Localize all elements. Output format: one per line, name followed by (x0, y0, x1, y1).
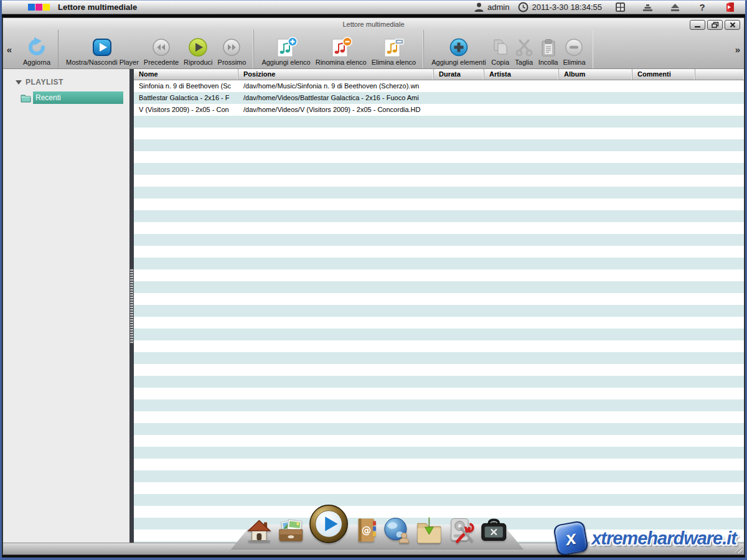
cell-posizione: /dav/home/Videos/V (Visitors 2009) - 2x0… (238, 104, 434, 116)
cell-commenti (632, 317, 695, 329)
logout-icon (725, 2, 735, 12)
cell-posizione (238, 151, 434, 163)
sidebar-splitter[interactable] (129, 69, 134, 543)
table-row-empty (134, 234, 744, 246)
photo-station-icon[interactable] (277, 517, 305, 544)
datetime: 2011-3-30 18:34:55 (532, 2, 602, 12)
cell-pad (695, 104, 744, 116)
cell-artista (484, 139, 559, 151)
window-titlebar[interactable]: Lettore multimediale (3, 18, 744, 30)
download-folder-icon[interactable] (415, 517, 443, 544)
cell-album (559, 163, 632, 175)
cell-pad (695, 258, 744, 269)
minimize-button[interactable] (690, 20, 705, 30)
cell-posizione (238, 340, 434, 352)
cell-album (559, 435, 632, 447)
cell-album (559, 364, 632, 376)
add-list-button[interactable]: Aggiungi elenco (259, 30, 312, 68)
table-row[interactable]: Battlestar Galactica - 2x16 - F/dav/home… (134, 92, 744, 104)
user-menu[interactable]: admin (474, 2, 509, 12)
collapse-triangle-icon (16, 80, 22, 85)
cell-album (559, 459, 632, 470)
previous-button[interactable]: Precedente (141, 30, 181, 68)
cell-pad (695, 435, 744, 447)
cell-commenti (632, 293, 695, 305)
cell-album (559, 210, 632, 222)
copy-icon (491, 38, 510, 57)
cell-posizione (238, 258, 434, 269)
cell-pad (695, 482, 744, 494)
cell-nome (134, 187, 238, 198)
playlist-sidebar: PLAYLIST Recenti (3, 69, 129, 543)
play-button[interactable]: Riproduci (181, 30, 215, 68)
background-tasks-button[interactable] (638, 2, 657, 12)
column-header-nome[interactable]: Nome (134, 69, 238, 80)
copy-button[interactable]: Copia (489, 30, 512, 68)
column-header-album[interactable]: Album (559, 69, 632, 80)
cell-artista (484, 210, 559, 222)
cell-posizione (238, 116, 434, 128)
table-row-empty (134, 329, 744, 340)
clock-area: 2011-3-30 18:34:55 (518, 2, 602, 12)
table-header: Nome Posizione Durata Artista Album Comm… (134, 69, 744, 80)
toolbar-scroll-right[interactable]: » (731, 30, 744, 68)
cell-album (559, 352, 632, 364)
delete-items-button[interactable]: Elimina (560, 30, 588, 68)
home-icon[interactable] (246, 517, 273, 544)
cell-artista (484, 293, 559, 305)
show-hide-player-button[interactable]: Mostra/Nascondi Player (63, 30, 141, 68)
cell-album (559, 92, 632, 104)
close-button[interactable] (725, 20, 740, 30)
table-row[interactable]: V (Visitors 2009) - 2x05 - Con/dav/home/… (134, 104, 744, 116)
toolbar-group-player: Mostra/Nascondi Player Precedente (58, 30, 253, 68)
cell-artista (484, 317, 559, 329)
cell-pad (695, 506, 744, 518)
delete-list-button[interactable]: Elimina elenco (369, 30, 419, 68)
table-row[interactable]: Sinfonia n. 9 di Beethoven (Sc/dav/home/… (134, 80, 744, 92)
toolbox-icon[interactable] (479, 517, 509, 544)
next-button[interactable]: Prossimo (215, 30, 249, 68)
playlist-section[interactable]: PLAYLIST (3, 69, 129, 91)
cell-album (559, 128, 632, 139)
cell-nome (134, 340, 238, 352)
close-icon (730, 22, 736, 28)
column-header-posizione[interactable]: Posizione (238, 69, 434, 80)
cell-posizione (238, 411, 434, 423)
refresh-button[interactable]: Aggiorna (21, 30, 53, 68)
column-header-artista[interactable]: Artista (484, 69, 559, 80)
table-row-empty (134, 151, 744, 163)
cell-nome (134, 329, 238, 340)
address-book-icon[interactable]: @ (354, 516, 379, 544)
cell-durata (434, 482, 484, 494)
eject-button[interactable] (665, 2, 684, 12)
cell-commenti (632, 423, 695, 435)
cell-pad (695, 411, 744, 423)
cell-nome (134, 411, 238, 423)
cut-button[interactable]: Taglia (512, 30, 536, 68)
table-row-empty (134, 246, 744, 258)
cell-pad (695, 198, 744, 210)
restore-button[interactable] (707, 20, 723, 30)
logout-button[interactable] (720, 2, 739, 12)
cell-album (559, 80, 632, 92)
cell-nome: Sinfonia n. 9 di Beethoven (Sc (134, 80, 238, 92)
column-header-commenti[interactable]: Commenti (632, 69, 695, 80)
cell-artista (484, 470, 559, 482)
network-globe-icon[interactable] (383, 516, 411, 544)
disk-repair-icon[interactable] (448, 516, 476, 544)
help-button[interactable]: ? (693, 2, 712, 12)
toolbar-scroll-left[interactable]: « (3, 30, 16, 68)
cell-commenti (632, 269, 695, 281)
media-player-icon[interactable] (309, 503, 349, 544)
rename-list-button[interactable]: Rinomina elenco (313, 30, 369, 68)
add-items-button[interactable]: Aggiungi elementi (429, 30, 488, 68)
toolbar: « Aggiorna (3, 30, 744, 69)
sidebar-item-recenti[interactable]: Recenti (21, 91, 123, 104)
cell-artista (484, 246, 559, 258)
apps-grid-button[interactable] (611, 2, 629, 12)
paste-button[interactable]: Incolla (536, 30, 561, 68)
cell-nome (134, 506, 238, 518)
cell-posizione (238, 317, 434, 329)
cell-nome (134, 128, 238, 139)
column-header-durata[interactable]: Durata (434, 69, 484, 80)
